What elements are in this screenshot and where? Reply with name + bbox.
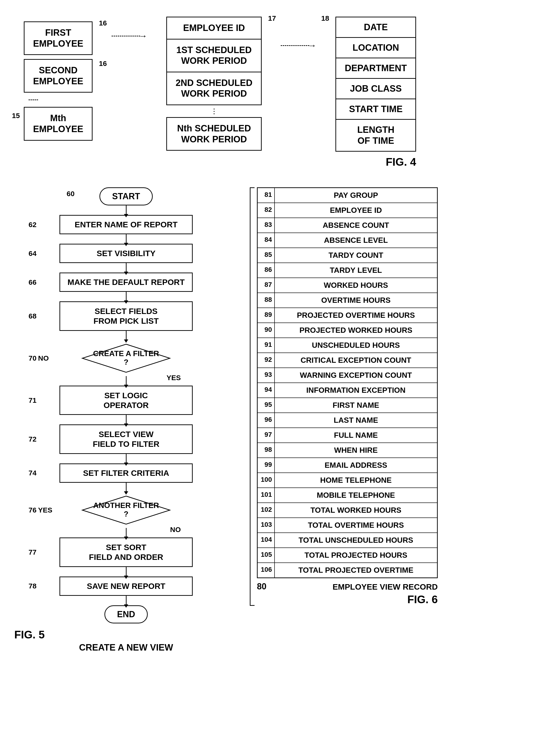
svg-text:?: ? [124,510,128,518]
1st-scheduled-box: 1ST SCHEDULEDWORK PERIOD [166,40,262,72]
num-89: 89 [258,308,274,323]
num-94: 94 [258,383,274,398]
label-62: 62 [29,221,36,229]
num-97: 97 [258,428,274,442]
set-logic-box: SET LOGICOPERATOR [59,386,193,415]
end-oval: END [104,605,148,624]
num-91: 91 [258,338,274,353]
label-18: 18 [321,14,329,23]
save-report-box: SAVE NEW REPORT [59,576,193,596]
fig5-label: FIG. 5 [14,628,45,641]
num-96: 96 [258,413,274,428]
fig5-subtitle: CREATE A NEW VIEW [14,642,238,653]
label-68: 68 [29,312,36,320]
row-104: 104 TOTAL UNSCHEDULED HOURS [258,533,437,548]
num-101: 101 [258,488,274,503]
cell-86: TARDY LEVEL [274,263,437,278]
row-90: 90 PROJECTED WORKED HOURS [258,323,437,338]
num-100: 100 [258,473,274,487]
num-105: 105 [258,548,274,562]
cell-106: TOTAL PROJECTED OVERTIME [274,563,437,578]
svg-text:CREATE A FILTER: CREATE A FILTER [93,349,159,358]
row-85: 85 TARDY COUNT [258,248,437,263]
first-employee-box: FIRSTEMPLOYEE [24,22,92,55]
cell-105: TOTAL PROJECTED HOURS [274,548,437,562]
attributes-list: 18 DATE LOCATION DEPARTMENT JOB CLASS ST… [335,17,416,168]
set-visibility-box: SET VISIBILITY [59,244,193,263]
cell-89: PROJECTED OVERTIME HOURS [274,308,437,323]
row-84: 84 ABSENCE LEVEL [258,233,437,248]
row-98: 98 WHEN HIRE [258,443,437,458]
make-default-box: MAKE THE DEFAULT REPORT [59,273,193,292]
length-of-time-box: LENGTHOF TIME [335,120,416,152]
arrow-group-2: → [281,40,316,50]
cell-97: FULL NAME [274,428,437,442]
cell-91: UNSCHEDULED HOURS [274,338,437,353]
department-box: DEPARTMENT [335,58,416,79]
fig6-label: FIG. 6 [257,593,438,606]
label-70: 70 [29,354,36,362]
set-filter-box: SET FILTER CRITERIA [59,464,193,483]
row-86: 86 TARDY LEVEL [258,263,437,278]
cell-95: FIRST NAME [274,398,437,412]
row-89: 89 PROJECTED OVERTIME HOURS [258,308,437,323]
no-label: NO [38,354,49,362]
num-83: 83 [258,218,274,233]
row-105: 105 TOTAL PROJECTED HOURS [258,548,437,563]
cell-83: ABSENCE COUNT [274,218,437,233]
num-106: 106 [258,563,274,578]
row-92: 92 CRITICAL EXCEPTION COUNT [258,353,437,368]
row-99: 99 EMAIL ADDRESS [258,458,437,473]
label-15: 15 [12,112,20,120]
label-16b: 16 [99,59,107,68]
label-66: 66 [29,278,36,286]
row-96: 96 LAST NAME [258,413,437,428]
cell-81: PAY GROUP [274,188,437,203]
row-101: 101 MOBILE TELEPHONE [258,488,437,503]
cell-102: TOTAL WORKED HOURS [274,503,437,517]
cell-96: LAST NAME [274,413,437,428]
employee-list: 16 FIRSTEMPLOYEE SECONDEMPLOYEE 16 15 Mt… [24,22,92,141]
row-87: 87 WORKED HOURS [258,278,437,293]
num-102: 102 [258,503,274,517]
row-102: 102 TOTAL WORKED HOURS [258,503,437,518]
label-17: 17 [268,14,276,23]
set-sort-box: SET SORTFIELD AND ORDER [59,538,193,567]
scheduled-list: 17 EMPLOYEE ID 1ST SCHEDULEDWORK PERIOD … [166,17,262,151]
date-box: DATE [335,17,416,38]
cell-98: WHEN HIRE [274,443,437,457]
label-64: 64 [29,249,36,257]
row-93: 93 WARNING EXCEPTION COUNT [258,368,437,383]
num-85: 85 [258,248,274,263]
start-oval: START [99,187,153,205]
num-99: 99 [258,458,274,473]
nth-scheduled-box: Nth SCHEDULEDWORK PERIOD [166,117,262,151]
num-81: 81 [258,188,274,203]
row-106: 106 TOTAL PROJECTED OVERTIME [258,563,437,578]
label-76: 76 [29,506,36,514]
row-82: 82 EMPLOYEE ID [258,203,437,218]
cell-92: CRITICAL EXCEPTION COUNT [274,353,437,367]
cell-84: ABSENCE LEVEL [274,233,437,247]
cell-88: OVERTIME HOURS [274,293,437,308]
num-92: 92 [258,353,274,367]
select-fields-box: SELECT FIELDSFROM PICK LIST [59,301,193,331]
row-94: 94 INFORMATION EXCEPTION [258,383,437,398]
num-103: 103 [258,518,274,532]
mth-employee-box: MthEMPLOYEE [24,107,92,141]
num-93: 93 [258,368,274,383]
no2-label: NO [170,526,181,534]
employee-id-box: EMPLOYEE ID [166,17,262,40]
fig6-subtitle: EMPLOYEE VIEW RECORD [333,582,438,592]
row-97: 97 FULL NAME [258,428,437,443]
cell-93: WARNING EXCEPTION COUNT [274,368,437,383]
num-88: 88 [258,293,274,308]
num-87: 87 [258,278,274,292]
fig4-label: FIG. 4 [335,155,416,168]
cell-85: TARDY COUNT [274,248,437,263]
row-95: 95 FIRST NAME [258,398,437,413]
label-78: 78 [29,582,36,590]
row-88: 88 OVERTIME HOURS [258,293,437,308]
select-view-box: SELECT VIEWFIELD TO FILTER [59,425,193,454]
second-employee-box: SECONDEMPLOYEE [24,59,92,92]
